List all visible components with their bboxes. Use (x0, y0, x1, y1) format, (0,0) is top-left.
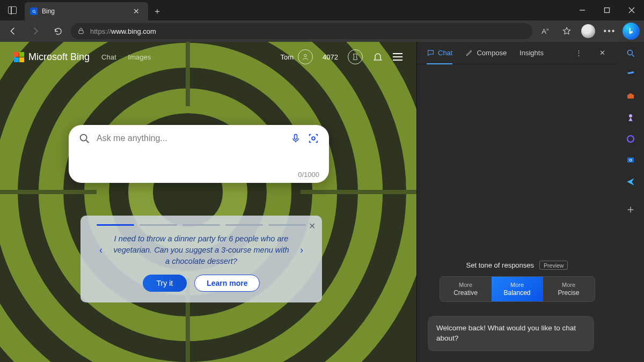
svg-rect-24 (295, 135, 297, 139)
svg-rect-28 (627, 94, 634, 98)
address-bar[interactable]: https://www.bing.com (71, 23, 532, 39)
svg-point-30 (629, 114, 632, 117)
promo-close-button[interactable]: ✕ (309, 221, 316, 231)
edge-sidebar: O (617, 42, 644, 362)
profile-button[interactable] (579, 23, 598, 40)
panel-close-button[interactable]: ✕ (597, 47, 608, 59)
rewards-icon[interactable] (348, 49, 363, 64)
panel-tab-compose[interactable]: Compose (465, 42, 507, 64)
promo-prev-button[interactable]: ‹ (94, 245, 107, 256)
window-minimize-button[interactable] (570, 0, 595, 20)
favorites-button[interactable] (557, 23, 576, 40)
tone-balanced[interactable]: MoreBalanced (492, 277, 543, 301)
try-it-button[interactable]: Try it (143, 275, 187, 292)
panel-more-button[interactable]: ⋮ (573, 47, 584, 59)
window-close-button[interactable] (619, 0, 644, 20)
sidebar-search-button[interactable] (625, 47, 636, 59)
window-maximize-button[interactable] (595, 0, 619, 20)
microsoft-logo-icon (14, 52, 24, 62)
char-counter: 0/1000 (298, 171, 319, 179)
promo-pager[interactable] (94, 224, 308, 226)
nav-forward-button (26, 23, 45, 40)
sidebar-add-button[interactable] (625, 204, 636, 216)
svg-text:O: O (629, 158, 632, 162)
tone-selector: MoreCreative MoreBalanced MorePrecise (440, 276, 595, 302)
chat-panel: Chat Compose Insights ⋮ ✕ Set tone of re… (416, 42, 617, 362)
bing-favicon-icon (30, 8, 38, 15)
welcome-message: Welcome back! What would you like to cha… (428, 316, 594, 351)
hamburger-menu-button[interactable] (393, 53, 402, 61)
tab-bing[interactable]: Bing ✕ (25, 2, 148, 20)
tone-precise[interactable]: MorePrecise (543, 277, 595, 301)
nav-back-button[interactable] (3, 23, 23, 40)
tone-creative[interactable]: MoreCreative (440, 277, 492, 301)
rewards-points[interactable]: 4072 (323, 53, 338, 61)
tab-title: Bing (42, 8, 126, 15)
svg-point-25 (312, 137, 315, 140)
tone-title: Set tone of responses (466, 261, 534, 269)
bing-chat-icon (623, 23, 640, 40)
background-image (0, 42, 416, 362)
voice-search-button[interactable] (290, 132, 301, 144)
bing-logo[interactable]: Microsoft Bing (14, 51, 90, 63)
more-menu-button[interactable]: ••• (600, 23, 619, 40)
read-aloud-button[interactable]: A» (536, 23, 555, 40)
nav-chat-link[interactable]: Chat (101, 53, 116, 61)
svg-point-31 (627, 136, 634, 142)
page-content: Microsoft Bing Chat Images Tom 4072 (0, 42, 416, 362)
sidebar-office-button[interactable] (625, 133, 636, 145)
svg-point-26 (627, 50, 632, 55)
svg-line-23 (86, 141, 89, 143)
sidebar-outlook-button[interactable]: O (625, 154, 636, 166)
promo-next-button[interactable]: › (295, 245, 308, 256)
chat-icon (427, 49, 435, 57)
tab-overview-icon (8, 6, 17, 14)
preview-badge: Preview (539, 261, 568, 270)
promo-card: ✕ ‹ I need to throw a dinner party for 6… (80, 216, 322, 302)
svg-line-27 (632, 55, 634, 57)
learn-more-button[interactable]: Learn more (194, 275, 260, 292)
svg-rect-3 (605, 8, 610, 13)
nav-images-link[interactable]: Images (128, 53, 151, 61)
sidebar-send-button[interactable] (625, 176, 636, 188)
svg-point-21 (304, 54, 307, 57)
panel-tab-insights[interactable]: Insights (519, 42, 544, 64)
svg-line-1 (35, 12, 36, 13)
tab-overview-button[interactable] (0, 0, 25, 20)
url-text: https://www.bing.com (90, 27, 156, 35)
search-icon (78, 132, 90, 144)
search-input[interactable] (97, 134, 284, 143)
sidebar-tools-button[interactable] (625, 90, 636, 102)
new-tab-button[interactable]: ＋ (148, 2, 166, 20)
search-box: 0/1000 (69, 125, 329, 183)
promo-text: I need to throw a dinner party for 6 peo… (111, 233, 292, 267)
logo-text: Microsoft Bing (28, 51, 90, 63)
image-search-button[interactable] (308, 132, 319, 144)
svg-point-22 (80, 135, 87, 141)
svg-rect-6 (79, 31, 83, 34)
svg-point-0 (32, 10, 35, 12)
profile-avatar-icon (581, 24, 595, 38)
user-name: Tom (281, 53, 294, 61)
bing-chat-toggle-button[interactable] (621, 23, 641, 40)
compose-icon (465, 49, 473, 57)
user-menu[interactable]: Tom (281, 49, 313, 64)
notifications-button[interactable] (372, 51, 383, 62)
user-avatar-icon (298, 49, 313, 64)
panel-tab-chat[interactable]: Chat (427, 42, 452, 64)
nav-refresh-button[interactable] (48, 23, 68, 40)
sidebar-games-button[interactable] (625, 112, 636, 123)
svg-rect-29 (629, 93, 632, 95)
sidebar-shopping-button[interactable] (625, 69, 636, 80)
lock-icon (77, 27, 85, 35)
tab-close-button[interactable]: ✕ (130, 6, 143, 17)
